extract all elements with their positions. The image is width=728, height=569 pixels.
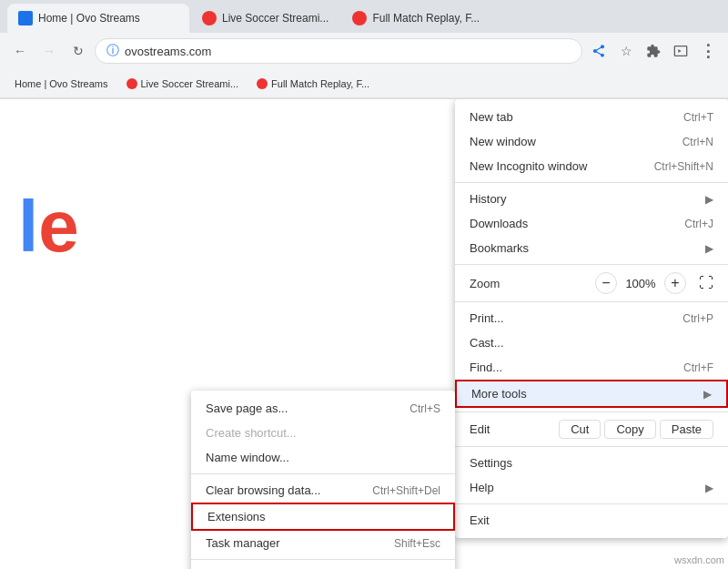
zoom-fullscreen-button[interactable]: ⛶ (699, 275, 713, 291)
submenu-name-window[interactable]: Name window... (191, 445, 455, 470)
more-tools-label: More tools (471, 387, 696, 401)
tab3-favicon (352, 11, 367, 25)
save-page-shortcut: Ctrl+S (410, 402, 440, 415)
divider-4 (455, 412, 728, 412)
share-button[interactable] (586, 38, 612, 64)
task-manager-label: Task manager (206, 536, 376, 550)
toolbar-right: ☆ ⋮ (586, 38, 721, 64)
zoom-label: Zoom (470, 277, 595, 290)
incognito-shortcut: Ctrl+Shift+N (654, 160, 713, 173)
bookmark-soccer[interactable]: Live Soccer Streami... (119, 76, 247, 91)
menu-item-history[interactable]: History ▶ (455, 187, 728, 211)
menu-item-exit[interactable]: Exit (455, 508, 728, 533)
clear-browsing-shortcut: Ctrl+Shift+Del (372, 484, 440, 497)
submenu-clear-browsing[interactable]: Clear browsing data... Ctrl+Shift+Del (191, 478, 455, 503)
back-button[interactable]: ← (7, 38, 33, 64)
copy-button[interactable]: Copy (604, 420, 655, 439)
extensions-button[interactable] (641, 38, 666, 64)
cast-label: Cast... (470, 336, 713, 350)
bookmark-replay-favicon (257, 78, 268, 89)
active-tab[interactable]: Home | Ovo Streams (7, 4, 189, 33)
address-bar[interactable]: ⓘ ovostreams.com (95, 38, 582, 64)
media-button[interactable] (668, 38, 693, 64)
bookmark-soccer-favicon (126, 78, 137, 89)
menu-item-more-tools[interactable]: More tools ▶ (455, 380, 728, 408)
menu-button[interactable]: ⋮ (695, 38, 721, 64)
settings-label: Settings (470, 456, 713, 470)
logo-e: e (38, 190, 79, 263)
submenu-extensions[interactable]: Extensions (191, 503, 455, 531)
print-label: Print... (470, 311, 664, 325)
menu-item-incognito[interactable]: New Incognito window Ctrl+Shift+N (455, 154, 728, 178)
cut-button[interactable]: Cut (559, 420, 601, 439)
menu-item-cast[interactable]: Cast... (455, 330, 728, 355)
task-manager-shortcut: Shift+Esc (394, 537, 440, 550)
exit-label: Exit (470, 513, 713, 527)
downloads-label: Downloads (470, 217, 666, 230)
submenu-save-page[interactable]: Save page as... Ctrl+S (191, 396, 455, 421)
name-window-label: Name window... (206, 451, 440, 464)
logo-l: l (18, 190, 38, 263)
new-window-label: New window (470, 135, 664, 148)
menu-item-new-tab[interactable]: New tab Ctrl+T (455, 105, 728, 129)
new-tab-label: New tab (470, 110, 665, 124)
toolbar: ← → ↻ ⓘ ovostreams.com ☆ ⋮ (0, 33, 728, 69)
divider-6 (455, 503, 728, 504)
new-window-shortcut: Ctrl+N (682, 136, 713, 148)
find-label: Find... (470, 361, 665, 374)
bookmark-home[interactable]: Home | Ovo Streams (7, 76, 116, 91)
menu-item-find[interactable]: Find... Ctrl+F (455, 355, 728, 380)
tab3-label: Full Match Replay, F... (372, 12, 480, 25)
menu-item-bookmarks[interactable]: Bookmarks ▶ (455, 236, 728, 260)
edit-buttons: Cut Copy Paste (559, 420, 713, 439)
secure-icon: ⓘ (106, 43, 119, 59)
submenu-developer-tools[interactable]: Developer tools Ctrl+Shift+I (191, 564, 455, 569)
forward-button[interactable]: → (36, 38, 62, 64)
edit-row: Edit Cut Copy Paste (455, 416, 728, 442)
menu-item-print[interactable]: Print... Ctrl+P (455, 306, 728, 330)
help-label: Help (470, 481, 698, 494)
menu-item-new-window[interactable]: New window Ctrl+N (455, 129, 728, 154)
tab-2[interactable]: Live Soccer Streami... (191, 4, 339, 33)
zoom-plus-button[interactable]: + (664, 272, 686, 294)
tab-3[interactable]: Full Match Replay, F... (341, 4, 490, 33)
divider-1 (455, 182, 728, 183)
bookmark-soccer-label: Live Soccer Streami... (141, 78, 239, 89)
find-shortcut: Ctrl+F (683, 361, 713, 374)
paste-button[interactable]: Paste (660, 420, 713, 439)
submenu-task-manager[interactable]: Task manager Shift+Esc (191, 531, 455, 555)
main-content: l e New tab Ctrl+T New window Ctrl+N New… (0, 99, 728, 569)
bookmark-button[interactable]: ☆ (613, 38, 639, 64)
submenu-more-tools: Save page as... Ctrl+S Create shortcut..… (191, 391, 455, 569)
tab-label: Home | Ovo Streams (38, 12, 140, 25)
refresh-button[interactable]: ↻ (66, 38, 91, 64)
divider-5 (455, 446, 728, 447)
bookmark-bar: Home | Ovo Streams Live Soccer Streami..… (0, 69, 728, 98)
save-page-label: Save page as... (206, 401, 391, 415)
new-tab-shortcut: Ctrl+T (683, 111, 713, 124)
sub-divider-2 (191, 559, 455, 560)
print-shortcut: Ctrl+P (682, 312, 713, 325)
bookmarks-label: Bookmarks (470, 241, 698, 255)
menu-item-help[interactable]: Help ▶ (455, 475, 728, 500)
downloads-shortcut: Ctrl+J (684, 218, 713, 230)
tab-favicon (18, 11, 33, 25)
zoom-row: Zoom − 100% + ⛶ (455, 269, 728, 298)
zoom-value: 100% (624, 277, 657, 290)
menu-item-downloads[interactable]: Downloads Ctrl+J (455, 211, 728, 236)
bookmark-home-label: Home | Ovo Streams (15, 78, 108, 89)
main-menu: New tab Ctrl+T New window Ctrl+N New Inc… (455, 99, 728, 538)
more-tools-arrow: ▶ (703, 388, 712, 401)
incognito-label: New Incognito window (470, 159, 636, 173)
zoom-minus-button[interactable]: − (595, 272, 617, 294)
bookmark-replay[interactable]: Full Match Replay, F... (249, 76, 377, 91)
menu-item-settings[interactable]: Settings (455, 451, 728, 475)
history-label: History (470, 192, 698, 206)
divider-2 (455, 264, 728, 265)
sub-divider-1 (191, 473, 455, 474)
submenu-create-shortcut[interactable]: Create shortcut... (191, 421, 455, 445)
edit-label: Edit (470, 422, 559, 436)
divider-3 (455, 301, 728, 302)
watermark: wsxdn.com (674, 554, 724, 565)
bookmarks-arrow: ▶ (705, 242, 713, 255)
